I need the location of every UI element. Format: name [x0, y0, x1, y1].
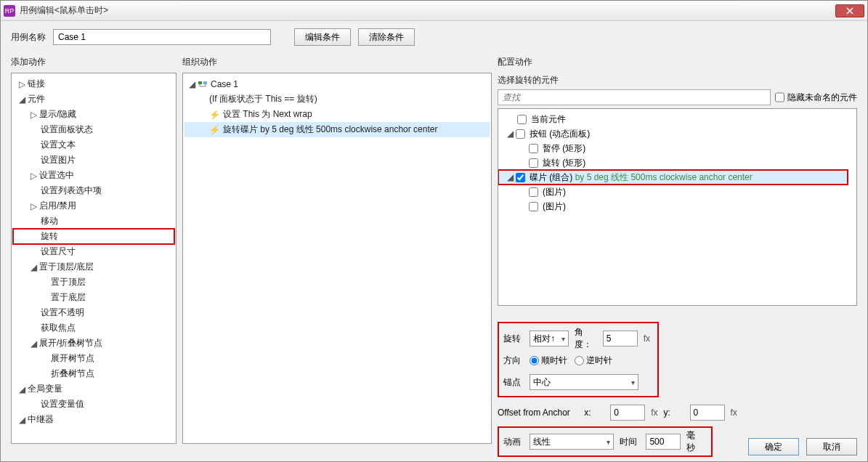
tree-move[interactable]: 移动	[13, 214, 174, 229]
tree-bring-back[interactable]: 置于底层	[13, 290, 174, 305]
configure-header: 配置动作	[498, 53, 857, 73]
case-name-input[interactable]	[53, 29, 271, 45]
wt-current[interactable]: 当前元件	[500, 112, 855, 126]
tree-expand[interactable]: ◢展开/折叠树节点	[13, 336, 174, 351]
edit-condition-button[interactable]: 编辑条件	[294, 28, 351, 46]
tree-set-image[interactable]: 设置图片	[13, 153, 174, 168]
add-action-header: 添加动作	[11, 53, 177, 73]
close-button[interactable]	[835, 4, 864, 17]
wt-img1[interactable]: (图片)	[500, 185, 855, 199]
time-unit: 毫秒	[686, 429, 704, 454]
animation-select[interactable]: 线性	[530, 434, 614, 450]
direction-ccw[interactable]: 逆时针	[575, 354, 612, 367]
case-name-row: 用例名称 编辑条件 清除条件	[1, 21, 867, 53]
offset-y-input[interactable]	[690, 405, 725, 421]
offset-y-label: y:	[664, 408, 684, 418]
close-icon	[846, 7, 853, 15]
tree-widget[interactable]: ◢元件	[13, 92, 174, 107]
tree-expand-node[interactable]: 展开树节点	[13, 351, 174, 366]
tree-set-list-sel[interactable]: 设置列表选中项	[13, 183, 174, 198]
time-label: 时间	[620, 436, 640, 448]
clear-condition-button[interactable]: 清除条件	[358, 28, 415, 46]
case-node[interactable]: ◢ Case 1	[184, 76, 490, 92]
tree-set-panel[interactable]: 设置面板状态	[13, 122, 174, 137]
svg-rect-0	[198, 81, 202, 84]
window-title: 用例编辑<鼠标单击时>	[20, 4, 835, 17]
rotate-label: 旋转	[503, 333, 524, 345]
select-widget-label: 选择旋转的元件	[498, 74, 857, 86]
case-condition[interactable]: (If 面板状态于 This == 旋转)	[184, 92, 490, 107]
dialog-footer: 确定 取消	[748, 438, 857, 455]
animation-label: 动画	[503, 436, 524, 448]
tree-rotate[interactable]: 旋转	[13, 229, 174, 244]
main-columns: 添加动作 ▷链接 ◢元件 ▷显示/隐藏 设置面板状态 设置文本 设置图片 ▷设置…	[1, 53, 867, 451]
widget-tree[interactable]: 当前元件 ◢按钮 (动态面板) 暂停 (矩形) 旋转 (矩形) ◢碟片 (组合)…	[498, 108, 857, 306]
anchor-select[interactable]: 中心	[530, 374, 638, 390]
tree-set-sel[interactable]: ▷设置选中	[13, 168, 174, 183]
organize-header: 组织动作	[182, 53, 492, 73]
wt-button-panel[interactable]: ◢按钮 (动态面板)	[500, 126, 855, 141]
angle-input[interactable]	[603, 331, 638, 346]
tree-bring[interactable]: ◢置于顶层/底层	[13, 259, 174, 275]
tree-global[interactable]: ◢全局变量	[13, 381, 174, 397]
tree-enable[interactable]: ▷启用/禁用	[13, 198, 174, 214]
direction-label: 方向	[503, 354, 524, 367]
tree-collapse-node[interactable]: 折叠树节点	[13, 366, 174, 381]
dialog-window: RP 用例编辑<鼠标单击时> 用例名称 编辑条件 清除条件 添加动作 ▷链接 ◢…	[0, 0, 868, 462]
configure-panel: 配置动作 选择旋转的元件 隐藏未命名的元件 当前元件 ◢按钮 (动态面板) 暂停…	[498, 53, 857, 444]
wt-rotate-rect[interactable]: 旋转 (矩形)	[500, 155, 855, 170]
tree-bring-front[interactable]: 置于顶层	[13, 275, 174, 290]
case-icon	[198, 79, 208, 89]
angle-fx[interactable]: fx	[644, 333, 650, 344]
tree-focus[interactable]: 获取焦点	[13, 320, 174, 336]
offset-x-label: x:	[584, 408, 604, 418]
tree-opacity[interactable]: 设置不透明	[13, 305, 174, 320]
case-name-label: 用例名称	[11, 31, 46, 44]
widget-search-input[interactable]	[498, 89, 771, 105]
action-rotate[interactable]: ⚡ 旋转碟片 by 5 deg 线性 500ms clockwise ancho…	[184, 122, 490, 137]
cancel-button[interactable]: 取消	[806, 438, 857, 455]
rotation-params-group: 旋转 相对↑ 角度： fx 方向 顺时针 逆时针	[498, 322, 659, 397]
tree-link[interactable]: ▷链接	[13, 76, 174, 92]
organize-panel: 组织动作 ◢ Case 1 (If 面板状态于 This == 旋转) ⚡ 设置…	[182, 53, 492, 444]
rotate-mode-select[interactable]: 相对↑	[530, 331, 569, 346]
angle-label: 角度：	[575, 326, 596, 351]
wt-disc[interactable]: ◢碟片 (组合) by 5 deg 线性 500ms clockwise anc…	[498, 170, 848, 185]
anchor-label: 锚点	[503, 376, 524, 389]
animation-params-group: 动画 线性 时间 毫秒	[498, 426, 713, 457]
wt-pause[interactable]: 暂停 (矩形)	[500, 141, 855, 155]
action-tree[interactable]: ▷链接 ◢元件 ▷显示/隐藏 设置面板状态 设置文本 设置图片 ▷设置选中 设置…	[11, 73, 177, 444]
tree-show-hide[interactable]: ▷显示/隐藏	[13, 107, 174, 122]
action-set-panel[interactable]: ⚡ 设置 This 为 Next wrap	[184, 107, 490, 122]
tree-set-size[interactable]: 设置尺寸	[13, 244, 174, 259]
rotation-config: 旋转 相对↑ 角度： fx 方向 顺时针 逆时针	[498, 322, 857, 457]
lightning-icon: ⚡	[209, 125, 220, 135]
offset-x-input[interactable]	[610, 405, 645, 421]
tree-repeater[interactable]: ◢中继器	[13, 412, 174, 427]
offset-label: Offset from Anchor	[498, 408, 570, 418]
hide-unnamed-checkbox[interactable]: 隐藏未命名的元件	[775, 89, 857, 105]
lightning-icon: ⚡	[209, 110, 220, 120]
wt-img2[interactable]: (图片)	[500, 199, 855, 214]
tree-set-text[interactable]: 设置文本	[13, 137, 174, 153]
direction-cw[interactable]: 顺时针	[530, 354, 567, 367]
titlebar: RP 用例编辑<鼠标单击时>	[1, 1, 867, 21]
ok-button[interactable]: 确定	[748, 438, 799, 455]
offset-x-fx[interactable]: fx	[651, 408, 657, 418]
svg-rect-1	[203, 81, 207, 84]
tree-set-var[interactable]: 设置变量值	[13, 397, 174, 412]
add-action-panel: 添加动作 ▷链接 ◢元件 ▷显示/隐藏 设置面板状态 设置文本 设置图片 ▷设置…	[11, 53, 177, 444]
time-input[interactable]	[646, 434, 681, 450]
offset-y-fx[interactable]: fx	[731, 408, 737, 418]
app-icon: RP	[4, 5, 15, 17]
case-tree[interactable]: ◢ Case 1 (If 面板状态于 This == 旋转) ⚡ 设置 This…	[182, 73, 492, 444]
